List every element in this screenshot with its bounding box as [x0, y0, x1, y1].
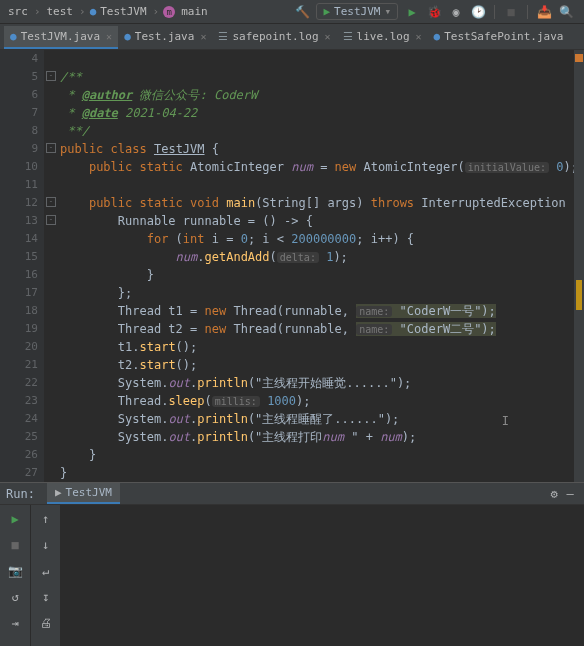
file-icon: ☰	[218, 30, 228, 43]
editor-tabs: ● TestJVM.java ✕ ● Test.java ✕ ☰ safepoi…	[0, 24, 584, 50]
soft-wrap-icon[interactable]: ↵	[38, 563, 54, 579]
chevron-right-icon: ›	[34, 5, 41, 18]
exit-button[interactable]: ⇥	[7, 615, 23, 631]
run-tab-label: TestJVM	[66, 486, 112, 499]
settings-icon[interactable]: ⚙	[546, 486, 562, 502]
editor[interactable]: 45678 9▶ 1011 12▶ 1314151617181920212223…	[0, 50, 584, 482]
chevron-right-icon: ›	[79, 5, 86, 18]
rerun-button[interactable]: ▶	[7, 511, 23, 527]
crumb-method[interactable]: main	[179, 4, 210, 19]
crumb-test[interactable]: test	[45, 4, 76, 19]
coverage-button[interactable]: ◉	[448, 4, 464, 20]
tab-safepoint[interactable]: ☰ safepoint.log ✕	[212, 26, 336, 49]
tab-label: TestJVM.java	[21, 30, 100, 43]
up-icon[interactable]: ↑	[38, 511, 54, 527]
breadcrumb: src › test › ● TestJVM › m main	[6, 4, 294, 19]
crumb-class[interactable]: TestJVM	[98, 4, 148, 19]
stop-button[interactable]: ■	[7, 537, 23, 553]
text-cursor: I	[502, 414, 509, 428]
run-left-toolbar-2: ↑ ↓ ↵ ↧ 🖨	[30, 505, 60, 646]
debug-button[interactable]: 🐞	[426, 4, 442, 20]
search-button[interactable]: 🔍	[558, 4, 574, 20]
class-icon: ●	[124, 30, 131, 43]
screenshot-button[interactable]: 📷	[7, 563, 23, 579]
minimize-icon[interactable]: —	[562, 486, 578, 502]
gutter[interactable]: 45678 9▶ 1011 12▶ 1314151617181920212223…	[0, 50, 44, 482]
tab-test[interactable]: ● Test.java ✕	[118, 26, 212, 49]
warning-marker[interactable]	[576, 280, 582, 310]
run-tool-window: Run: ▶ TestJVM ⚙ — ▶ ■ 📷 ↺ ⇥ ↑ ↓ ↵ ↧ 🖨	[0, 482, 584, 646]
tab-label: Test.java	[135, 30, 195, 43]
toolbar: 🔨 ▶ TestJVM ▾ ▶ 🐞 ◉ 🕑 ■ 📥 🔍	[294, 3, 578, 20]
chevron-right-icon: ›	[153, 5, 160, 18]
build-icon[interactable]: 🔨	[294, 4, 310, 20]
warning-indicator[interactable]	[575, 54, 583, 62]
tab-testjvm[interactable]: ● TestJVM.java ✕	[4, 26, 118, 49]
crumb-src[interactable]: src	[6, 4, 30, 19]
run-panel-tab[interactable]: ▶ TestJVM	[47, 483, 120, 504]
down-icon[interactable]: ↓	[38, 537, 54, 553]
error-stripe[interactable]	[574, 50, 584, 482]
run-panel-body: ▶ ■ 📷 ↺ ⇥ ↑ ↓ ↵ ↧ 🖨	[0, 505, 584, 646]
git-update-button[interactable]: 📥	[536, 4, 552, 20]
run-tab-icon: ▶	[55, 486, 62, 499]
fold-toggle[interactable]: -	[46, 197, 56, 207]
run-panel-label: Run:	[6, 487, 35, 501]
class-icon: ●	[434, 30, 441, 43]
separator	[494, 5, 495, 19]
profile-button[interactable]: 🕑	[470, 4, 486, 20]
close-icon[interactable]: ✕	[106, 31, 112, 42]
tab-testsafepoint[interactable]: ● TestSafePoint.java	[428, 26, 570, 49]
close-icon[interactable]: ✕	[416, 31, 422, 42]
run-config-select[interactable]: ▶ TestJVM ▾	[316, 3, 398, 20]
close-icon[interactable]: ✕	[200, 31, 206, 42]
file-icon: ☰	[343, 30, 353, 43]
tab-label: TestSafePoint.java	[444, 30, 563, 43]
fold-toggle[interactable]: -	[46, 215, 56, 225]
scroll-end-icon[interactable]: ↧	[38, 589, 54, 605]
run-left-toolbar: ▶ ■ 📷 ↺ ⇥	[0, 505, 30, 646]
navigation-bar: src › test › ● TestJVM › m main 🔨 ▶ Test…	[0, 0, 584, 24]
run-output[interactable]	[60, 505, 584, 646]
chevron-down-icon: ▾	[384, 5, 391, 18]
tab-label: live.log	[357, 30, 410, 43]
print-icon[interactable]: 🖨	[38, 615, 54, 631]
fold-column[interactable]: - - - -	[44, 50, 58, 482]
class-icon: ●	[10, 30, 17, 43]
stop-button[interactable]: ■	[503, 4, 519, 20]
run-config-icon: ▶	[323, 5, 330, 18]
run-panel-header: Run: ▶ TestJVM ⚙ —	[0, 483, 584, 505]
tab-label: safepoint.log	[232, 30, 318, 43]
close-icon[interactable]: ✕	[325, 31, 331, 42]
run-button[interactable]: ▶	[404, 4, 420, 20]
dump-button[interactable]: ↺	[7, 589, 23, 605]
fold-toggle[interactable]: -	[46, 143, 56, 153]
method-icon: m	[163, 6, 175, 18]
tab-livelog[interactable]: ☰ live.log ✕	[337, 26, 428, 49]
fold-toggle[interactable]: -	[46, 71, 56, 81]
run-config-name: TestJVM	[334, 5, 380, 18]
class-icon: ●	[90, 5, 97, 18]
separator	[527, 5, 528, 19]
